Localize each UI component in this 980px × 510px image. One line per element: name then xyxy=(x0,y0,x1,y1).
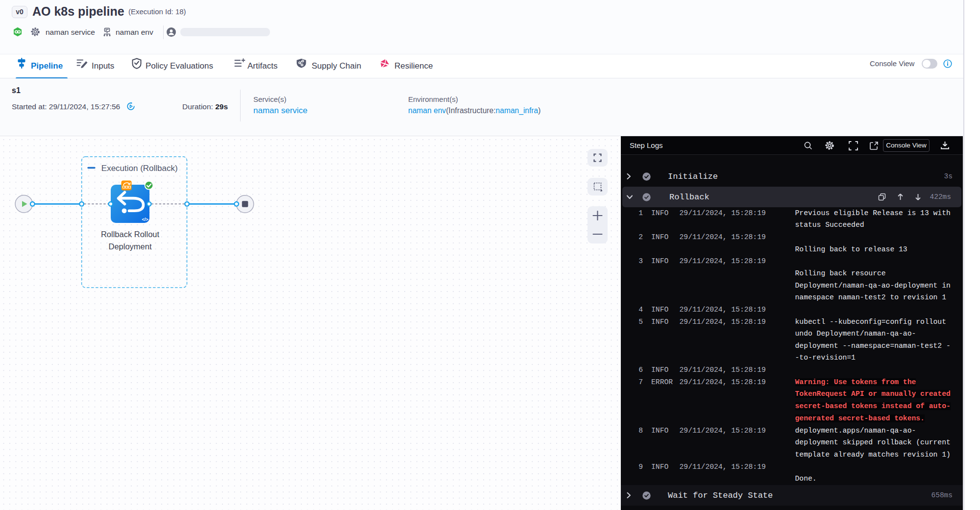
svg-text:Rollback Rollout: Rollback Rollout xyxy=(101,230,160,239)
svg-text:Execution (Rollback): Execution (Rollback) xyxy=(101,164,178,173)
svg-text:</>: </> xyxy=(142,217,148,222)
svg-text:Deployment: Deployment xyxy=(108,242,151,251)
